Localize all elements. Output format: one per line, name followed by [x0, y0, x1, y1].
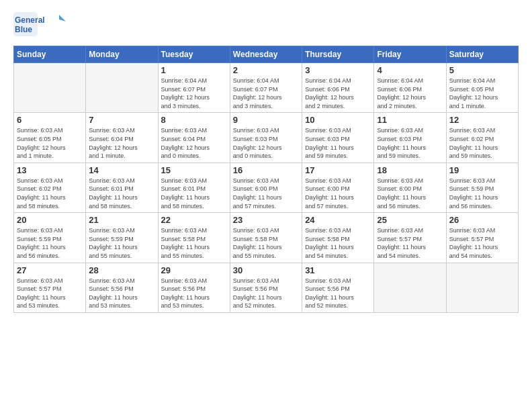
weekday-saturday: Saturday	[446, 46, 518, 63]
day-number: 15	[161, 165, 227, 175]
day-number: 31	[305, 265, 371, 275]
day-number: 17	[305, 165, 371, 175]
logo: General Blue	[13, 12, 67, 39]
day-number: 25	[377, 215, 443, 225]
week-row-2: 6Sunrise: 6:03 AMSunset: 6:05 PMDaylight…	[14, 113, 519, 163]
day-info: Sunrise: 6:04 AMSunset: 6:06 PMDaylight:…	[305, 77, 371, 110]
day-number: 24	[305, 215, 371, 225]
day-cell: 11Sunrise: 6:03 AMSunset: 6:03 PMDayligh…	[374, 113, 446, 163]
day-cell	[446, 263, 518, 312]
day-cell: 22Sunrise: 6:03 AMSunset: 5:58 PMDayligh…	[158, 213, 230, 263]
day-cell: 2Sunrise: 6:04 AMSunset: 6:07 PMDaylight…	[230, 63, 302, 113]
day-cell: 12Sunrise: 6:03 AMSunset: 6:02 PMDayligh…	[446, 113, 518, 163]
day-info: Sunrise: 6:03 AMSunset: 6:04 PMDaylight:…	[161, 126, 227, 160]
day-info: Sunrise: 6:03 AMSunset: 5:59 PMDaylight:…	[89, 226, 154, 260]
day-cell: 14Sunrise: 6:03 AMSunset: 6:01 PMDayligh…	[86, 163, 158, 212]
day-cell: 29Sunrise: 6:03 AMSunset: 5:56 PMDayligh…	[158, 263, 230, 312]
day-cell: 26Sunrise: 6:03 AMSunset: 5:57 PMDayligh…	[446, 213, 518, 263]
day-info: Sunrise: 6:03 AMSunset: 6:01 PMDaylight:…	[161, 177, 227, 210]
day-number: 23	[233, 215, 299, 225]
svg-text:General: General	[15, 15, 45, 25]
day-cell: 15Sunrise: 6:03 AMSunset: 6:01 PMDayligh…	[158, 163, 230, 212]
day-number: 8	[161, 115, 227, 125]
day-number: 4	[377, 65, 443, 75]
weekday-thursday: Thursday	[302, 46, 374, 63]
day-info: Sunrise: 6:03 AMSunset: 5:58 PMDaylight:…	[161, 226, 227, 260]
weekday-monday: Monday	[86, 46, 158, 63]
day-cell	[86, 63, 158, 113]
day-number: 9	[233, 115, 299, 125]
day-info: Sunrise: 6:04 AMSunset: 6:07 PMDaylight:…	[161, 77, 227, 110]
day-number: 7	[89, 115, 154, 125]
day-info: Sunrise: 6:03 AMSunset: 6:00 PMDaylight:…	[377, 177, 443, 210]
day-info: Sunrise: 6:03 AMSunset: 5:57 PMDaylight:…	[449, 226, 515, 260]
day-info: Sunrise: 6:03 AMSunset: 5:59 PMDaylight:…	[17, 226, 83, 260]
day-info: Sunrise: 6:03 AMSunset: 6:00 PMDaylight:…	[305, 177, 371, 210]
day-info: Sunrise: 6:03 AMSunset: 5:56 PMDaylight:…	[305, 277, 371, 310]
weekday-sunday: Sunday	[14, 46, 86, 63]
day-info: Sunrise: 6:04 AMSunset: 6:07 PMDaylight:…	[233, 77, 299, 110]
week-row-3: 13Sunrise: 6:03 AMSunset: 6:02 PMDayligh…	[14, 163, 519, 212]
day-number: 14	[89, 165, 154, 175]
day-number: 5	[449, 65, 515, 75]
day-cell: 1Sunrise: 6:04 AMSunset: 6:07 PMDaylight…	[158, 63, 230, 113]
day-number: 3	[305, 65, 371, 75]
day-number: 20	[17, 215, 83, 225]
day-info: Sunrise: 6:03 AMSunset: 6:02 PMDaylight:…	[17, 177, 83, 210]
day-info: Sunrise: 6:03 AMSunset: 6:03 PMDaylight:…	[233, 126, 299, 160]
week-row-4: 20Sunrise: 6:03 AMSunset: 5:59 PMDayligh…	[14, 213, 519, 263]
svg-text:Blue: Blue	[15, 25, 32, 34]
day-cell: 31Sunrise: 6:03 AMSunset: 5:56 PMDayligh…	[302, 263, 374, 312]
day-info: Sunrise: 6:03 AMSunset: 5:56 PMDaylight:…	[161, 277, 227, 310]
day-cell: 4Sunrise: 6:04 AMSunset: 6:06 PMDaylight…	[374, 63, 446, 113]
day-number: 29	[161, 265, 227, 275]
week-row-1: 1Sunrise: 6:04 AMSunset: 6:07 PMDaylight…	[14, 63, 519, 113]
day-number: 22	[161, 215, 227, 225]
day-number: 26	[449, 215, 515, 225]
day-number: 12	[449, 115, 515, 125]
day-info: Sunrise: 6:03 AMSunset: 6:05 PMDaylight:…	[17, 126, 83, 160]
day-info: Sunrise: 6:04 AMSunset: 6:05 PMDaylight:…	[449, 77, 515, 110]
day-cell: 3Sunrise: 6:04 AMSunset: 6:06 PMDaylight…	[302, 63, 374, 113]
week-row-5: 27Sunrise: 6:03 AMSunset: 5:57 PMDayligh…	[14, 263, 519, 312]
day-cell: 20Sunrise: 6:03 AMSunset: 5:59 PMDayligh…	[14, 213, 86, 263]
day-info: Sunrise: 6:03 AMSunset: 6:00 PMDaylight:…	[233, 177, 299, 210]
day-cell: 7Sunrise: 6:03 AMSunset: 6:04 PMDaylight…	[86, 113, 158, 163]
logo-svg: General Blue	[13, 12, 67, 39]
day-cell: 28Sunrise: 6:03 AMSunset: 5:56 PMDayligh…	[86, 263, 158, 312]
day-info: Sunrise: 6:03 AMSunset: 5:56 PMDaylight:…	[233, 277, 299, 310]
day-number: 28	[89, 265, 154, 275]
day-cell: 21Sunrise: 6:03 AMSunset: 5:59 PMDayligh…	[86, 213, 158, 263]
weekday-tuesday: Tuesday	[158, 46, 230, 63]
day-number: 21	[89, 215, 154, 225]
day-number: 1	[161, 65, 227, 75]
day-info: Sunrise: 6:04 AMSunset: 6:06 PMDaylight:…	[377, 77, 443, 110]
day-info: Sunrise: 6:03 AMSunset: 5:58 PMDaylight:…	[233, 226, 299, 260]
day-cell: 10Sunrise: 6:03 AMSunset: 6:03 PMDayligh…	[302, 113, 374, 163]
header: General Blue	[13, 12, 519, 39]
day-cell: 27Sunrise: 6:03 AMSunset: 5:57 PMDayligh…	[14, 263, 86, 312]
day-cell: 18Sunrise: 6:03 AMSunset: 6:00 PMDayligh…	[374, 163, 446, 212]
day-cell: 16Sunrise: 6:03 AMSunset: 6:00 PMDayligh…	[230, 163, 302, 212]
calendar: SundayMondayTuesdayWednesdayThursdayFrid…	[13, 46, 519, 313]
day-cell: 5Sunrise: 6:04 AMSunset: 6:05 PMDaylight…	[446, 63, 518, 113]
day-cell: 30Sunrise: 6:03 AMSunset: 5:56 PMDayligh…	[230, 263, 302, 312]
day-cell: 24Sunrise: 6:03 AMSunset: 5:58 PMDayligh…	[302, 213, 374, 263]
day-number: 19	[449, 165, 515, 175]
day-info: Sunrise: 6:03 AMSunset: 6:02 PMDaylight:…	[449, 126, 515, 160]
day-cell: 23Sunrise: 6:03 AMSunset: 5:58 PMDayligh…	[230, 213, 302, 263]
day-number: 18	[377, 165, 443, 175]
day-info: Sunrise: 6:03 AMSunset: 5:57 PMDaylight:…	[17, 277, 83, 310]
day-cell: 8Sunrise: 6:03 AMSunset: 6:04 PMDaylight…	[158, 113, 230, 163]
day-info: Sunrise: 6:03 AMSunset: 5:57 PMDaylight:…	[377, 226, 443, 260]
day-info: Sunrise: 6:03 AMSunset: 5:58 PMDaylight:…	[305, 226, 371, 260]
weekday-header-row: SundayMondayTuesdayWednesdayThursdayFrid…	[14, 46, 519, 63]
day-number: 30	[233, 265, 299, 275]
day-number: 27	[17, 265, 83, 275]
day-cell: 19Sunrise: 6:03 AMSunset: 5:59 PMDayligh…	[446, 163, 518, 212]
page: General Blue SundayMondayTuesdayWednesda…	[0, 0, 532, 411]
day-cell: 13Sunrise: 6:03 AMSunset: 6:02 PMDayligh…	[14, 163, 86, 212]
day-number: 10	[305, 115, 371, 125]
day-info: Sunrise: 6:03 AMSunset: 6:01 PMDaylight:…	[89, 177, 154, 210]
day-info: Sunrise: 6:03 AMSunset: 5:59 PMDaylight:…	[449, 177, 515, 210]
